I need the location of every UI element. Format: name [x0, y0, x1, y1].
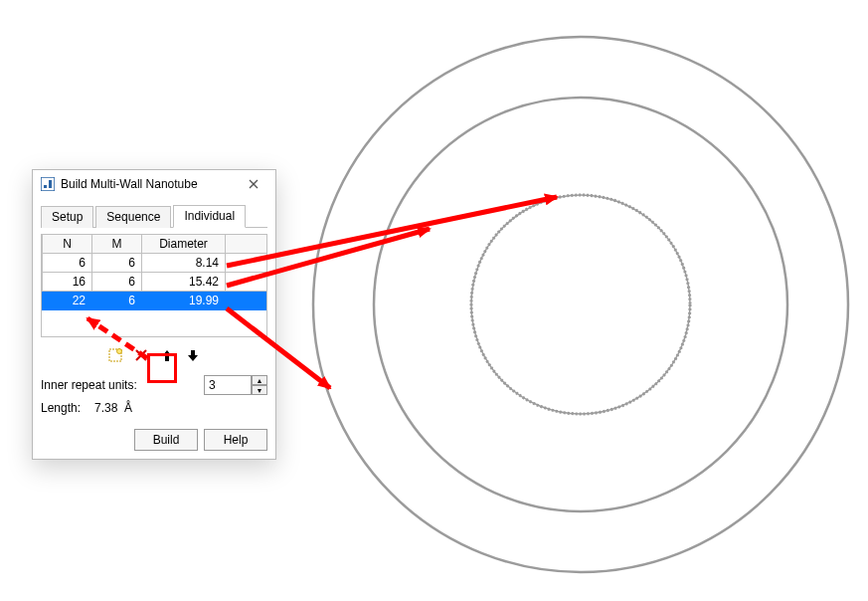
- table-row[interactable]: 16 6 15.42: [43, 273, 267, 292]
- inner-repeat-label: Inner repeat units:: [41, 378, 204, 392]
- window-title: Build Multi-Wall Nanotube: [61, 177, 240, 191]
- walls-table[interactable]: N M Diameter 6 6 8.14 16 6 15.42: [42, 234, 266, 310]
- table-toolbar: [41, 345, 267, 365]
- svg-point-10: [117, 349, 122, 354]
- length-label: Length:: [41, 401, 81, 415]
- inner-repeat-up[interactable]: ▲: [252, 375, 267, 385]
- tab-setup[interactable]: Setup: [41, 206, 93, 228]
- svg-point-0: [313, 37, 848, 572]
- inner-repeat-down[interactable]: ▼: [252, 385, 267, 395]
- delete-wall-button[interactable]: [131, 345, 151, 365]
- new-dotted-icon: [107, 347, 123, 363]
- tab-sequence[interactable]: Sequence: [95, 206, 171, 228]
- col-header-m[interactable]: M: [92, 235, 142, 254]
- svg-point-3: [471, 195, 690, 414]
- length-unit: Å: [124, 401, 132, 415]
- help-button[interactable]: Help: [204, 429, 267, 451]
- table-header-row: N M Diameter: [43, 235, 267, 254]
- arrow-down-icon: [186, 348, 200, 362]
- titlebar[interactable]: Build Multi-Wall Nanotube: [33, 170, 275, 198]
- move-up-button[interactable]: [157, 345, 177, 365]
- col-header-diameter[interactable]: Diameter: [142, 235, 226, 254]
- close-icon: [249, 179, 259, 189]
- walls-table-container: N M Diameter 6 6 8.14 16 6 15.42: [41, 234, 267, 337]
- app-icon: [41, 177, 55, 191]
- build-nanotube-dialog: Build Multi-Wall Nanotube Setup Sequence…: [32, 169, 276, 460]
- build-button[interactable]: Build: [134, 429, 198, 451]
- svg-rect-6: [49, 180, 52, 188]
- svg-rect-5: [44, 185, 47, 188]
- table-row-selected[interactable]: 22 6 19.99: [43, 292, 267, 310]
- svg-point-1: [374, 98, 787, 511]
- move-down-button[interactable]: [183, 345, 203, 365]
- close-button[interactable]: [240, 174, 267, 194]
- tab-individual[interactable]: Individual: [173, 205, 246, 228]
- length-row: Length: 7.38 Å: [41, 401, 267, 415]
- tab-bar: Setup Sequence Individual: [41, 204, 267, 228]
- length-value: 7.38: [94, 401, 117, 415]
- table-row[interactable]: 6 6 8.14: [43, 254, 267, 273]
- col-header-n[interactable]: N: [43, 235, 92, 254]
- svg-rect-4: [41, 177, 55, 191]
- svg-point-2: [471, 195, 690, 414]
- inner-repeat-input[interactable]: [204, 375, 252, 395]
- arrow-up-icon: [160, 348, 174, 362]
- dialog-buttons: Build Help: [41, 429, 267, 451]
- inner-repeat-row: Inner repeat units: ▲ ▼: [41, 375, 267, 395]
- delete-x-icon: [134, 348, 148, 362]
- add-wall-button[interactable]: [105, 345, 125, 365]
